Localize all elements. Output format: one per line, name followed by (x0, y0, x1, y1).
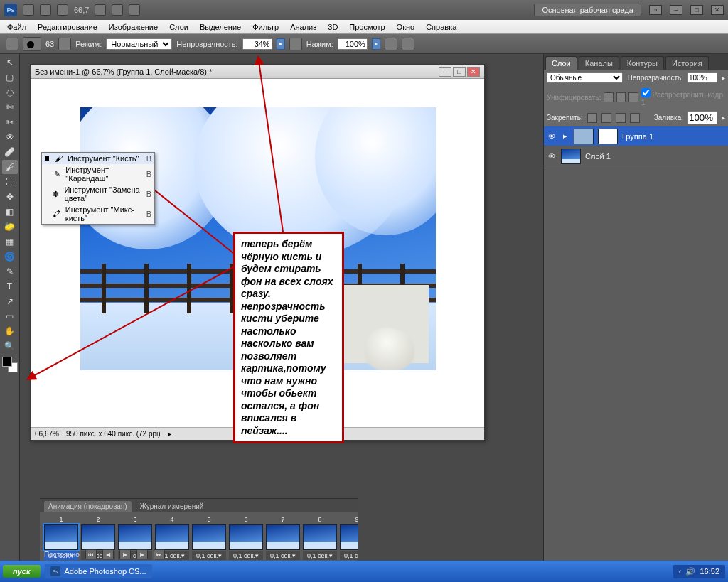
layer-opacity-input[interactable] (687, 72, 717, 83)
flyout-item[interactable]: 🖍Инструмент "Микс-кисть"B (42, 204, 154, 224)
visibility-icon[interactable]: 👁 (547, 152, 557, 161)
tray-chevron-icon[interactable]: ‹ (679, 567, 682, 576)
tool-11[interactable]: 🧽 (2, 220, 18, 234)
lock-transparency-icon[interactable] (587, 113, 597, 123)
foreground-color[interactable] (2, 357, 12, 367)
panel-tab[interactable]: Контуры (621, 56, 664, 70)
layer-row[interactable]: 👁Слой 1 (544, 146, 728, 166)
frame-duration[interactable]: 0,1 сек.▾ (229, 551, 263, 560)
bridge-icon[interactable] (23, 4, 34, 16)
prev-frame-button[interactable]: ◀ (102, 549, 114, 559)
menu-3d[interactable]: 3D (323, 21, 342, 33)
layer-name[interactable]: Группа 1 (622, 132, 725, 141)
flow-input[interactable] (338, 38, 368, 50)
tool-13[interactable]: 🌀 (2, 249, 18, 264)
tool-8[interactable]: ⛶ (2, 175, 18, 189)
tool-19[interactable]: 🔍 (2, 339, 18, 353)
anim-frame[interactable]: 90,1 сек.▾ (340, 516, 358, 560)
tablet-pressure-icon[interactable] (402, 38, 414, 50)
doc-zoom[interactable]: 66,67% (35, 430, 59, 438)
panel-tab[interactable]: Слои (545, 56, 577, 70)
workspace-switcher[interactable]: Основная рабочая среда (534, 4, 641, 16)
fill-chevron-icon[interactable]: ▸ (722, 114, 725, 122)
anim-tab[interactable]: Анимация (покадровая) (44, 501, 132, 512)
tool-7[interactable]: 🖌 (2, 160, 18, 174)
frame-duration[interactable]: 0,1 сек.▾ (266, 551, 300, 560)
menu-фильтр[interactable]: Фильтр (248, 21, 283, 33)
tool-1[interactable]: ▢ (2, 70, 18, 85)
anim-frame[interactable]: 60,1 сек.▾ (229, 516, 263, 560)
doc-maximize-button[interactable]: □ (453, 67, 466, 77)
layer-mask-thumb[interactable] (598, 129, 618, 144)
opacity-input[interactable] (242, 38, 272, 50)
unify-position-icon[interactable] (604, 92, 613, 102)
start-button[interactable]: пуск (3, 565, 41, 578)
frame-duration[interactable]: 0,1 сек.▾ (192, 551, 226, 560)
doc-minimize-button[interactable]: – (439, 67, 451, 77)
first-frame-button[interactable]: ⏮ (85, 549, 97, 559)
minimize-button[interactable]: – (670, 5, 682, 15)
tool-4[interactable]: ✂ (2, 115, 18, 129)
loop-mode[interactable]: Постоянно (44, 551, 80, 559)
tool-14[interactable]: ✎ (2, 264, 18, 279)
tool-preset-icon[interactable] (6, 38, 18, 50)
anim-frame[interactable]: 50,1 сек.▾ (192, 516, 226, 560)
layer-name[interactable]: Слой 1 (585, 152, 725, 161)
blend-mode-select[interactable]: Нормальный (106, 38, 172, 50)
close-button[interactable]: ✕ (711, 5, 724, 15)
tool-6[interactable]: 🩹 (2, 145, 18, 159)
zoom-readout[interactable]: 66,7 (74, 6, 89, 14)
opacity-arrow-icon[interactable]: ▸ (277, 38, 285, 50)
menu-изображение[interactable]: Изображение (105, 21, 162, 33)
layer-row[interactable]: 👁▸Группа 1 (544, 126, 728, 146)
frame-duration[interactable]: 0,1 сек.▾ (340, 551, 358, 560)
screenmode-icon[interactable] (129, 4, 140, 16)
unify-visibility-icon[interactable] (616, 92, 626, 102)
menu-слои[interactable]: Слои (165, 21, 193, 33)
layer-blend-select[interactable]: Обычные (547, 72, 623, 83)
tool-9[interactable]: ✥ (2, 190, 18, 204)
menu-редактирование[interactable]: Редактирование (33, 21, 102, 33)
last-frame-button[interactable]: ⏭ (154, 549, 165, 559)
status-arrow-icon[interactable]: ▸ (168, 430, 171, 438)
opacity-pressure-icon[interactable] (289, 38, 302, 50)
panel-tab[interactable]: История (665, 56, 709, 70)
document-titlebar[interactable]: Без имени-1 @ 66,7% (Группа 1, Слой-маск… (31, 65, 484, 79)
propagate-checkbox[interactable] (641, 88, 651, 97)
doc-close-button[interactable]: ✕ (467, 67, 480, 77)
tool-18[interactable]: ✋ (2, 324, 18, 338)
tool-12[interactable]: ▦ (2, 235, 18, 249)
lock-position-icon[interactable] (616, 113, 626, 123)
lock-all-icon[interactable] (630, 113, 640, 123)
tool-2[interactable]: ◌ (2, 85, 18, 99)
flyout-item[interactable]: 🖌Инструмент "Кисть"B (42, 153, 154, 164)
tool-17[interactable]: ▭ (2, 309, 18, 323)
tool-15[interactable]: T (2, 279, 18, 293)
next-frame-button[interactable]: ▶ (136, 549, 148, 559)
maximize-button[interactable]: □ (690, 5, 703, 15)
anim-tab[interactable]: Журнал измерений (136, 501, 208, 512)
tool-0[interactable]: ↖ (2, 55, 18, 70)
flyout-item[interactable]: ✎Инструмент "Карандаш"B (42, 164, 154, 184)
panel-tab[interactable]: Каналы (579, 56, 619, 70)
flyout-item[interactable]: ✽Инструмент "Замена цвета"B (42, 184, 154, 204)
viewextras-icon[interactable] (57, 4, 68, 16)
anim-frame[interactable]: 70,1 сек.▾ (266, 516, 300, 560)
tool-3[interactable]: ✄ (2, 100, 18, 114)
visibility-icon[interactable]: 👁 (547, 132, 557, 141)
unify-style-icon[interactable] (628, 92, 638, 102)
brush-preview[interactable] (23, 37, 41, 51)
color-swatch[interactable] (2, 357, 18, 372)
system-tray[interactable]: ‹ 🔊 16:52 (673, 565, 725, 578)
fill-input[interactable] (687, 111, 717, 124)
brush-tool-flyout[interactable]: 🖌Инструмент "Кисть"B✎Инструмент "Каранда… (41, 152, 155, 225)
menu-анализ[interactable]: Анализ (286, 21, 321, 33)
tray-volume-icon[interactable]: 🔊 (685, 567, 695, 576)
menu-окно[interactable]: Окно (392, 21, 419, 33)
layer-thumb[interactable] (561, 149, 581, 164)
flow-arrow-icon[interactable]: ▸ (372, 38, 380, 50)
brush-panel-icon[interactable] (58, 38, 71, 50)
opacity-chevron-icon[interactable]: ▸ (722, 74, 725, 82)
menu-выделение[interactable]: Выделение (196, 21, 245, 33)
airbrush-icon[interactable] (385, 38, 397, 50)
